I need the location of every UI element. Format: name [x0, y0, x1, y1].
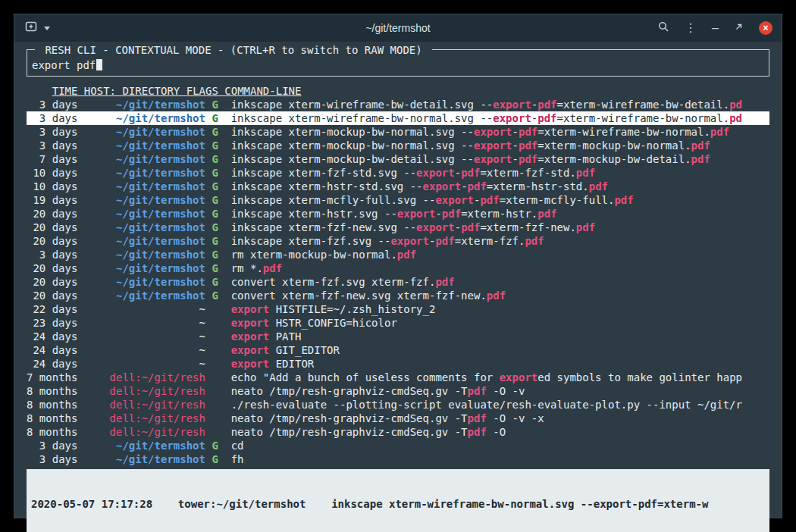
table-row[interactable]: 20 days~/git/termshotGconvert xterm-fzf.… [27, 275, 769, 289]
row-flags: G [212, 221, 224, 234]
row-time: 10 days [27, 166, 77, 180]
row-flags [212, 412, 224, 425]
row-time: 19 days [27, 193, 77, 207]
row-time: 3 days [27, 139, 77, 152]
row-host-directory: ~/git/termshot [84, 452, 205, 466]
row-host-directory: ~/git/termshot [84, 152, 205, 166]
table-row[interactable]: 10 days~/git/termshotGinkscape xterm-fzf… [27, 166, 769, 180]
text-cursor-block [96, 59, 102, 70]
table-row[interactable]: 20 days~/git/termshotGconvert xterm-fzf-… [27, 289, 769, 302]
row-time: 3 days [27, 98, 77, 111]
close-button[interactable]: × [759, 21, 772, 35]
close-icon: × [763, 23, 768, 33]
row-time: 20 days [27, 221, 77, 234]
row-flags [212, 384, 224, 398]
table-row[interactable]: 7 monthsdell:~/git/reshecho "Add a bunch… [27, 371, 769, 384]
row-host-directory: ~/git/termshot [84, 261, 205, 275]
row-command: export GIT_EDITOR [231, 343, 769, 357]
tab-dropdown-button[interactable] [44, 27, 50, 30]
row-time: 20 days [27, 289, 77, 302]
row-time: 8 months [27, 425, 77, 439]
menu-button[interactable]: ⋮ [685, 22, 697, 34]
table-row[interactable]: 19 days~/git/termshotGinkscape xterm-mcf… [27, 193, 769, 207]
row-command: neato /tmp/resh-graphviz-cmdSeq.gv -Tpdf… [231, 425, 769, 439]
row-flags: G [212, 275, 224, 289]
table-row[interactable]: 20 days~/git/termshotGinkscape xterm-hst… [27, 207, 769, 221]
table-row[interactable]: 10 days~/git/termshotGinkscape xterm-hst… [27, 180, 769, 193]
row-command: inkscape xterm-mockup-bw-normal.svg --ex… [231, 125, 769, 139]
row-flags: G [212, 289, 224, 302]
table-row[interactable]: 24 days~export GIT_EDITOR [27, 343, 769, 357]
row-host-directory: dell:~/git/resh [84, 412, 205, 425]
row-flags: G [212, 248, 224, 261]
row-flags: G [212, 439, 224, 452]
search-query-text: export pdf [32, 59, 96, 71]
row-command: neato /tmp/resh-graphviz-cmdSeq.gv -Tpdf… [231, 384, 769, 398]
table-row[interactable]: 24 days~export EDITOR [27, 357, 769, 371]
status-line-1: 2020-05-07 17:17:28 tower:~/git/termshot… [31, 497, 765, 511]
table-row[interactable]: 23 days~export HSTR_CONFIG=hicolor [27, 316, 769, 330]
row-command: neato /tmp/resh-graphviz-cmdSeq.gv -Tpdf… [231, 412, 769, 425]
row-time: 7 days [27, 152, 77, 166]
table-row[interactable]: 24 days~export PATH [27, 330, 769, 343]
row-host-directory: ~ [84, 316, 205, 330]
search-input[interactable]: export pdf [32, 58, 764, 72]
minimize-button[interactable]: – [712, 22, 719, 34]
row-host-directory: ~/git/termshot [84, 439, 205, 452]
restore-icon [734, 21, 744, 35]
row-command: export HISTFILE=~/.zsh_history_2 [231, 302, 769, 316]
table-row[interactable]: 3 days~/git/termshotGinkscape xterm-mock… [27, 139, 769, 152]
table-row[interactable]: 22 days~export HISTFILE=~/.zsh_history_2 [27, 302, 769, 316]
table-row[interactable]: 3 days~/git/termshotGfh [27, 452, 769, 466]
table-row[interactable]: 3 days~/git/termshotGcd [27, 439, 769, 452]
row-time: 3 days [27, 111, 77, 125]
row-time: 20 days [27, 234, 77, 248]
row-command: inkscape xterm-hstr-std.svg --export-pdf… [231, 180, 769, 193]
row-host-directory: ~/git/termshot [84, 111, 205, 125]
terminal-window: ~/git/termshot ⋮ – [14, 14, 782, 518]
row-time: 10 days [27, 180, 77, 193]
table-row[interactable]: 8 monthsdell:~/git/reshneato /tmp/resh-g… [27, 425, 769, 439]
table-row[interactable]: 8 monthsdell:~/git/reshneato /tmp/resh-g… [27, 412, 769, 425]
search-button[interactable] [658, 21, 669, 36]
row-command: convert xterm-fzf.svg xterm-fzf.pdf [231, 275, 769, 289]
table-row[interactable]: 3 days~/git/termshotGinkscape xterm-wire… [27, 111, 769, 125]
table-row[interactable]: 20 days~/git/termshotGinkscape xterm-fzf… [27, 234, 769, 248]
row-flags [212, 316, 224, 330]
row-host-directory: ~/git/termshot [84, 275, 205, 289]
row-flags: G [212, 152, 224, 166]
new-tab-button[interactable] [25, 21, 37, 35]
row-command: inkscape xterm-fzf-new.svg --export-pdf=… [231, 221, 769, 234]
table-row[interactable]: 20 days~/git/termshotGrm *.pdf [27, 261, 769, 275]
row-host-directory: dell:~/git/resh [84, 425, 205, 439]
row-flags [212, 330, 224, 343]
table-row[interactable]: 7 days~/git/termshotGinkscape xterm-mock… [27, 152, 769, 166]
row-time: 8 months [27, 412, 77, 425]
row-flags: G [212, 207, 224, 221]
table-row[interactable]: 3 days~/git/termshotGinkscape xterm-wire… [27, 98, 769, 111]
row-flags: G [212, 234, 224, 248]
row-flags: G [212, 139, 224, 152]
table-row[interactable]: 8 monthsdell:~/git/resh./resh-evaluate -… [27, 398, 769, 412]
row-flags: G [212, 180, 224, 193]
row-host-directory: ~ [84, 357, 205, 371]
chevron-down-icon [44, 27, 50, 30]
row-host-directory: ~/git/termshot [84, 207, 205, 221]
search-panel: RESH CLI - CONTEXTUAL MODE - (CTRL+R to … [27, 49, 769, 77]
table-row[interactable]: 20 days~/git/termshotGinkscape xterm-fzf… [27, 221, 769, 234]
table-row[interactable]: 3 days~/git/termshotGrm xterm-mockup-bw-… [27, 248, 769, 261]
row-command: inkscape xterm-fzf.svg --export-pdf=xter… [231, 234, 769, 248]
row-flags [212, 357, 224, 371]
search-icon [658, 21, 669, 36]
row-host-directory: ~ [84, 302, 205, 316]
row-host-directory: dell:~/git/resh [84, 384, 205, 398]
restore-button[interactable] [734, 21, 744, 35]
table-row[interactable]: 8 monthsdell:~/git/reshneato /tmp/resh-g… [27, 384, 769, 398]
row-host-directory: ~/git/termshot [84, 193, 205, 207]
row-host-directory: ~/git/termshot [84, 139, 205, 152]
row-host-directory: ~ [84, 330, 205, 343]
row-flags [212, 371, 224, 384]
search-panel-title: RESH CLI - CONTEXTUAL MODE - (CTRL+R to … [35, 43, 432, 57]
table-row[interactable]: 3 days~/git/termshotGinkscape xterm-mock… [27, 125, 769, 139]
row-flags: G [212, 166, 224, 180]
